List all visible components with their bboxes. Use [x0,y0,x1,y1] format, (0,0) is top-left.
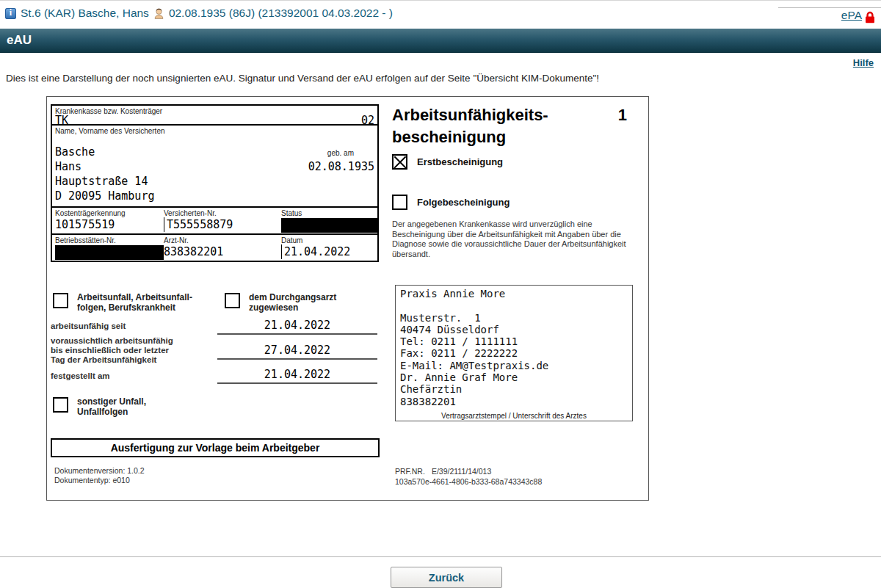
versicherten-nr-label: Versicherten-Nr. [164,209,280,217]
eau-form-preview: Krankenkasse bzw. Kostenträger TK 02 Nam… [46,96,649,501]
insurance-row: Krankenkasse bzw. Kostenträger TK 02 [52,106,377,126]
stamp-line [400,300,632,311]
insured-last-name: Basche [55,145,95,159]
insured-street: Hauptstraße 14 [55,174,148,189]
ids-row-2: Betriebsstätten-Nr. Arzt-Nr. 838382201 D… [52,235,377,262]
insured-city: D 20095 Hamburg [55,189,154,203]
document-version: Dokumentenversion: 1.0.2 [54,466,145,476]
patient-name-text: St.6 (KAR) Basche, Hans [21,7,149,20]
employer-copy-banner: Ausfertigung zur Vorlage beim Arbeitgebe… [51,438,380,457]
insured-person-row: Name, Vorname des Versicherten Basche ge… [52,126,377,208]
stamp-caption: Vertragsarztstempel / Unterschrift des A… [396,412,632,420]
arbeitsunfaehig-seit-label: arbeitsunfähig seit [51,322,218,331]
kostentraegerkennung-value: 101575519 [55,217,162,232]
arbeitsunfaehig-bis-value: 27.04.2022 [217,344,377,360]
sonstiger-unfall-label-line1: sonstiger Unfall, [77,396,146,407]
erstbescheinigung-label: Erstbescheinigung [417,156,503,167]
datum-label: Datum [281,236,377,244]
arbeitsunfall-label-line2: folgen, Berufskrankheit [77,302,175,313]
arzt-nr-value: 838382201 [164,244,280,259]
festgestellt-am-value: 21.04.2022 [217,369,377,384]
voraussichtlich-label-line3: Tag der Arbeitsunfähigkeit [51,355,156,364]
sonstiger-unfall-checkbox [53,397,68,413]
arzt-nr-label: Arzt-Nr. [164,236,280,244]
sonstiger-unfall-label-line2: Unfallfolgen [77,407,128,417]
geb-am-label: geb. am [327,146,354,161]
form-title-line2: bescheinigung [392,126,627,148]
voraussichtlich-label-line2: bis einschließlich oder letzter [51,346,169,355]
insured-label: Name, Vorname des Versicherten [55,127,374,135]
help-link[interactable]: Hilfe [853,57,874,68]
form-page-number: 1 [618,104,627,126]
practice-stamp-box: Praxis Annie More Musterstr. 1 40474 Düs… [395,285,633,421]
unsigned-eau-notice: Dies ist eine Darstellung der noch unsig… [6,73,881,84]
form-title: Arbeitsunfähigkeits- 1 bescheinigung [392,104,627,148]
document-type: Dokumententyp: e010 [54,476,145,485]
stamp-line: E-Mail: AM@Testpraxis.de [400,360,632,371]
erstbescheinigung-checkbox [392,154,407,170]
krankenkasse-info-text: Der angegebenen Krankenkasse wird unverz… [392,219,634,259]
stamp-line: Praxis Annie More [400,288,632,300]
module-title: eAU [7,33,32,47]
folgebescheinigung-checkbox [392,195,407,210]
stamp-line: Tel: 0211 / 1111111 [400,335,632,347]
durchgangsarzt-label-line1: dem Durchgangsarzt [249,292,336,302]
insurance-label: Krankenkasse bzw. Kostenträger [55,107,374,115]
kostentraegerkennung-label: Kostenträgerkennung [55,209,162,217]
patient-info: St.6 (KAR) Basche, Hans 02.08.1935 (86J)… [5,7,393,20]
insurance-value: TK [55,115,68,126]
patient-data-box: Krankenkasse bzw. Kostenträger TK 02 Nam… [51,104,379,262]
stamp-line: 838382201 [400,396,632,407]
document-uuid: 103a570e-4661-4806-b333-68a743343c88 [395,476,542,487]
arbeitsunfall-checkbox [53,293,68,308]
arbeitsunfall-label-line1: Arbeitsunfall, Arbeitsunfall- [77,292,192,302]
bottom-divider [0,556,881,557]
prf-nr-value: E/39/2111/14/013 [432,467,491,476]
patient-dob-text: 02.08.1935 (86J) (213392001 04.03.2022 -… [169,7,393,20]
stamp-line: Chefärztin [400,383,632,395]
stamp-line: Dr. Annie Graf More [400,371,632,383]
stamp-line: Fax: 0211 / 2222222 [400,347,632,359]
insured-dob: 02.08.1935 [308,159,374,174]
patient-header-bar: St.6 (KAR) Basche, Hans 02.08.1935 (86J)… [0,1,881,29]
durchgangsarzt-checkbox [225,293,240,308]
versicherten-nr-value: T555558879 [164,217,280,232]
stamp-line: 40474 Düsseldorf [400,324,632,335]
status-value-redacted [281,218,377,233]
epa-link-label: ePA [841,9,862,22]
voraussichtlich-label-line1: voraussichtlich arbeitsunfähig [51,336,173,345]
module-title-bar: eAU [0,29,881,53]
arbeitsunfaehig-seit-value: 21.04.2022 [217,319,377,335]
status-label: Status [281,209,377,217]
insurance-code: 02 [361,115,374,126]
prf-nr-label: PRF.NR. [395,466,429,476]
ids-row-1: Kostenträgerkennung 101575519 Versichert… [52,208,377,235]
stamp-line: Musterstr. 1 [400,312,632,324]
folgebescheinigung-label: Folgebescheinigung [417,197,510,208]
back-button[interactable]: Zurück [391,567,502,588]
festgestellt-am-label: festgestellt am [51,371,218,381]
info-icon [5,8,16,19]
betriebsstaetten-nr-label: Betriebsstätten-Nr. [55,236,162,244]
form-title-line1: Arbeitsunfähigkeits- [392,104,548,126]
durchgangsarzt-label-line2: zugewiesen [249,302,298,313]
insured-first-name: Hans [55,159,81,174]
lock-icon [864,11,876,23]
betriebsstaetten-nr-redacted [55,245,164,260]
epa-link[interactable]: ePA [841,9,876,22]
datum-value: 21.04.2022 [281,244,377,259]
epa-separator [778,7,881,8]
person-icon [153,7,164,19]
